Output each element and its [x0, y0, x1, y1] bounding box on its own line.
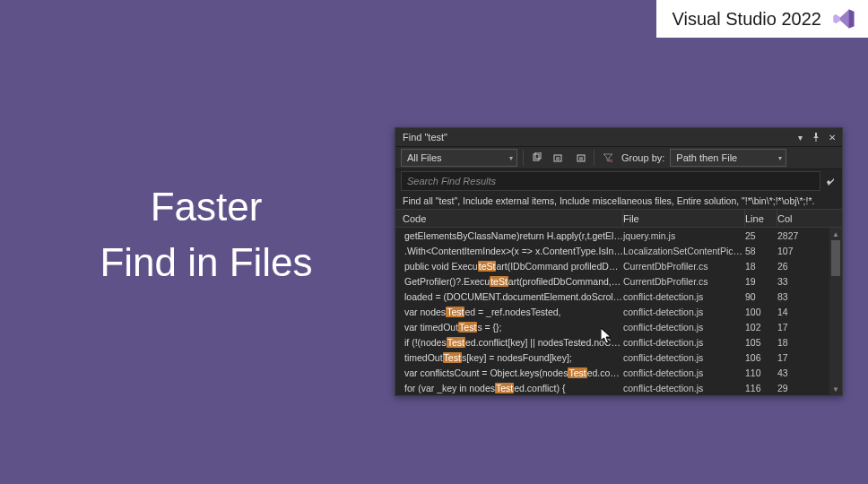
result-col: 26	[777, 261, 810, 272]
result-line: 58	[745, 246, 777, 256]
filter-select-value: All Files	[407, 152, 442, 163]
result-col: 43	[777, 367, 810, 378]
window-titlebar[interactable]: Find "test" ▾ ✕	[395, 128, 842, 146]
result-code: var timedOutTests = {};	[395, 322, 623, 333]
group-by-select[interactable]: Path then File	[670, 149, 786, 167]
scroll-up-icon[interactable]: ▲	[829, 228, 842, 240]
result-row[interactable]: if (!(nodesTested.conflict[key] || nodes…	[395, 334, 842, 350]
result-col: 29	[777, 383, 810, 393]
results-header: Code File Line Col	[395, 210, 842, 228]
find-summary: Find all "test", Include external items,…	[395, 193, 842, 210]
match-highlight: Test	[495, 383, 514, 393]
result-row[interactable]: var conflictsCount = Object.keys(nodesTe…	[395, 365, 842, 380]
next-result-icon[interactable]	[572, 150, 588, 166]
close-icon[interactable]: ✕	[826, 131, 838, 143]
search-find-results-input[interactable]: Search Find Results	[401, 171, 820, 191]
result-file: conflict-detection.js	[623, 291, 745, 302]
result-code: for (var _key in nodesTested.conflict) {	[395, 383, 623, 393]
result-line: 116	[745, 383, 777, 393]
result-file: conflict-detection.js	[623, 367, 745, 378]
result-col: 33	[777, 276, 810, 287]
result-file: conflict-detection.js	[623, 352, 745, 363]
result-col: 17	[777, 352, 810, 363]
result-file: conflict-detection.js	[623, 307, 745, 317]
window-menu-icon[interactable]: ▾	[794, 131, 806, 143]
find-results-window: Find "test" ▾ ✕ All Files Group by: Path…	[395, 127, 843, 396]
result-file: conflict-detection.js	[623, 337, 745, 348]
scrollbar[interactable]: ▲ ▼	[829, 228, 842, 395]
result-file: CurrentDbProfiler.cs	[623, 261, 745, 272]
toolbar-separator	[523, 150, 524, 166]
result-row[interactable]: GetProfiler()?.ExecuteStart(profiledDbCo…	[395, 273, 842, 289]
column-line[interactable]: Line	[745, 210, 777, 227]
result-line: 105	[745, 337, 777, 348]
settings-icon[interactable]	[823, 175, 838, 189]
result-row[interactable]: loaded = (DOCUMENT.documentElement.doScr…	[395, 289, 842, 304]
result-line: 90	[745, 291, 777, 302]
match-highlight: teSt	[478, 261, 497, 272]
result-code: public void ExecuteStart(IDbCommand prof…	[395, 261, 623, 272]
result-file: LocalizationSetContentPic…	[623, 246, 745, 256]
result-code: loaded = (DOCUMENT.documentElement.doScr…	[395, 291, 623, 302]
result-row[interactable]: getElementsByClassName)return H.apply(r,…	[395, 228, 842, 243]
result-col: 83	[777, 291, 810, 302]
result-file: jquery.min.js	[623, 230, 745, 241]
column-code[interactable]: Code	[395, 210, 623, 227]
toolbar-separator	[594, 150, 595, 166]
match-highlight: teSt	[490, 276, 508, 287]
group-by-value: Path then File	[676, 152, 737, 163]
results-list: getElementsByClassName)return H.apply(r,…	[395, 228, 842, 395]
result-row[interactable]: var timedOutTests = {};conflict-detectio…	[395, 319, 842, 334]
result-col: 17	[777, 322, 810, 333]
scroll-track[interactable]	[829, 240, 842, 383]
result-line: 19	[745, 276, 777, 287]
result-file: CurrentDbProfiler.cs	[623, 276, 745, 287]
result-row[interactable]: timedOutTests[key] = nodesFound[key];con…	[395, 350, 842, 365]
match-highlight: Test	[568, 367, 586, 378]
result-line: 106	[745, 352, 777, 363]
result-row[interactable]: var nodesTested = _ref.nodesTested,confl…	[395, 304, 842, 319]
result-col: 18	[777, 337, 810, 348]
result-line: 18	[745, 261, 777, 272]
column-col[interactable]: Col	[777, 210, 810, 227]
slide-headline: Faster Find in Files	[54, 179, 359, 290]
scroll-down-icon[interactable]: ▼	[829, 383, 842, 395]
svg-rect-1	[535, 152, 541, 159]
result-row[interactable]: .With<ContentItemIndex>(x => x.ContentTy…	[395, 243, 842, 258]
result-line: 100	[745, 307, 777, 317]
column-file[interactable]: File	[623, 210, 745, 227]
result-file: conflict-detection.js	[623, 322, 745, 333]
result-col: 107	[777, 246, 810, 256]
result-code: GetProfiler()?.ExecuteStart(profiledDbCo…	[395, 276, 623, 287]
result-file: conflict-detection.js	[623, 383, 745, 393]
prev-result-icon[interactable]	[551, 150, 567, 166]
match-highlight: Test	[446, 307, 464, 317]
pin-icon[interactable]	[810, 131, 822, 143]
result-code: if (!(nodesTested.conflict[key] || nodes…	[395, 337, 623, 348]
result-code: timedOutTests[key] = nodesFound[key];	[395, 352, 623, 363]
search-placeholder: Search Find Results	[407, 176, 496, 186]
scroll-thumb[interactable]	[831, 240, 840, 276]
copy-icon[interactable]	[529, 150, 545, 166]
result-line: 25	[745, 230, 777, 241]
vs-badge: Visual Studio 2022	[656, 0, 868, 38]
filter-select[interactable]: All Files	[401, 149, 517, 167]
group-by-label: Group by:	[621, 152, 664, 163]
match-highlight: Test	[458, 322, 477, 333]
headline-line1: Faster	[54, 179, 359, 235]
result-code: var conflictsCount = Object.keys(nodesTe…	[395, 367, 623, 378]
vs-badge-text: Visual Studio 2022	[673, 9, 821, 30]
result-code: getElementsByClassName)return H.apply(r,…	[395, 230, 623, 241]
svg-rect-0	[534, 154, 539, 160]
result-line: 110	[745, 367, 777, 378]
result-row[interactable]: for (var _key in nodesTested.conflict) {…	[395, 380, 842, 395]
visual-studio-icon	[832, 7, 855, 30]
match-highlight: Test	[447, 337, 465, 348]
result-col: 14	[777, 307, 810, 317]
result-code: var nodesTested = _ref.nodesTested,	[395, 307, 623, 317]
result-row[interactable]: public void ExecuteStart(IDbCommand prof…	[395, 258, 842, 273]
window-title: Find "test"	[403, 132, 790, 143]
clear-filter-icon[interactable]	[600, 150, 616, 166]
headline-line2: Find in Files	[54, 235, 359, 290]
result-code: .With<ContentItemIndex>(x => x.ContentTy…	[395, 246, 623, 256]
